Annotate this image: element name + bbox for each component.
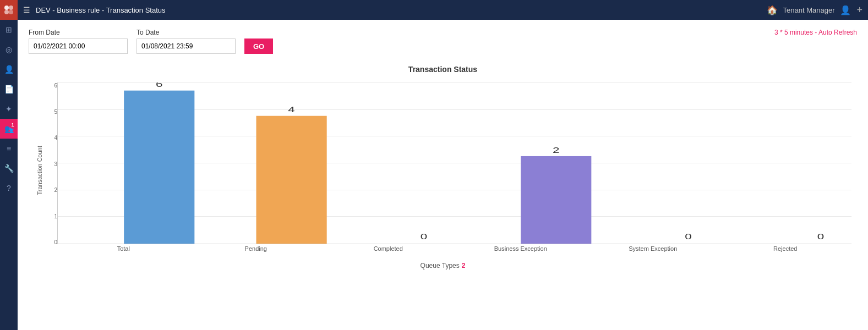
x-label-system-exception: System Exception	[587, 245, 719, 258]
from-date-label: From Date	[29, 29, 128, 36]
y-axis-label: Transaction Count	[36, 146, 43, 195]
y-tick-6: 6	[45, 82, 57, 89]
svg-text:0: 0	[817, 232, 824, 240]
grid-icon: ⊞	[6, 25, 12, 34]
y-tick-3: 3	[45, 161, 57, 167]
sidebar-item-list[interactable]: ≡	[0, 139, 18, 158]
bar-total	[124, 91, 194, 244]
queue-types-count: 2	[462, 262, 466, 270]
y-tick-4: 4	[45, 135, 57, 141]
header: ☰ DEV - Business rule - Transaction Stat…	[18, 0, 868, 20]
svg-point-1	[9, 6, 13, 10]
sidebar-item-settings[interactable]: ✦	[0, 99, 18, 119]
x-label-rejected: Rejected	[719, 245, 852, 258]
sidebar-item-grid[interactable]: ⊞	[0, 20, 18, 40]
user-avatar[interactable]: 👤	[840, 5, 851, 15]
page-title: DEV - Business rule - Transaction Status	[36, 6, 767, 14]
content-area: 3 * 5 minutes - Auto Refresh From Date T…	[18, 20, 868, 330]
svg-text:6: 6	[156, 82, 162, 89]
x-label-completed: Completed	[322, 245, 455, 258]
sidebar-item-tool[interactable]: 🔧	[0, 158, 18, 178]
queue-types-label: Queue Types	[421, 262, 460, 270]
to-date-label: To Date	[137, 29, 236, 36]
sidebar-item-user[interactable]: 👤	[0, 59, 18, 79]
sidebar-badge: 1	[9, 121, 17, 129]
menu-icon[interactable]: ☰	[23, 6, 30, 14]
bar-pending	[256, 116, 327, 244]
settings-icon: ✦	[6, 105, 12, 113]
svg-text:0: 0	[685, 232, 691, 240]
filter-bar: From Date To Date GO	[29, 29, 857, 54]
to-date-input[interactable]	[137, 38, 236, 54]
y-tick-2: 2	[45, 187, 57, 193]
from-date-group: From Date	[29, 29, 128, 54]
svg-point-0	[4, 6, 9, 10]
main-area: ☰ DEV - Business rule - Transaction Stat…	[18, 0, 868, 330]
sidebar-item-group[interactable]: 👥 1	[0, 119, 18, 139]
tenant-label: Tenant Manager	[783, 6, 835, 14]
chart-title: Transaction Status	[34, 65, 851, 74]
x-label-pending: Pending	[190, 245, 323, 258]
list-icon: ≡	[7, 144, 11, 153]
svg-text:4: 4	[288, 105, 294, 114]
sidebar-item-doc[interactable]: 📄	[0, 79, 18, 99]
go-button[interactable]: GO	[244, 38, 273, 54]
add-button[interactable]: +	[856, 4, 862, 16]
y-tick-0: 0	[45, 239, 57, 245]
svg-point-3	[9, 10, 13, 14]
tool-icon: 🔧	[4, 164, 14, 173]
auto-refresh-label: 3 * 5 minutes - Auto Refresh	[774, 29, 857, 36]
svg-text:0: 0	[421, 232, 427, 240]
chart-container: Transaction Status Transaction Count 6 5…	[29, 65, 857, 270]
x-label-total: Total	[57, 245, 190, 258]
queue-types-row: Queue Types 2	[34, 262, 851, 270]
sidebar-item-circle[interactable]: ◎	[0, 40, 18, 59]
y-tick-5: 5	[45, 109, 57, 115]
user-icon: 👤	[4, 65, 14, 74]
header-right: 🏠 Tenant Manager 👤 +	[767, 4, 862, 16]
x-label-business-exception: Business Exception	[455, 245, 587, 258]
to-date-group: To Date	[137, 29, 236, 54]
from-date-input[interactable]	[29, 38, 128, 54]
y-tick-1: 1	[45, 213, 57, 219]
svg-point-2	[4, 10, 9, 14]
sidebar: ⊞ ◎ 👤 📄 ✦ 👥 1 ≡ 🔧 ?	[0, 0, 18, 330]
app-logo[interactable]	[0, 0, 18, 20]
circle-icon: ◎	[6, 45, 12, 54]
bar-business-exception	[521, 156, 591, 244]
svg-text:2: 2	[553, 146, 559, 155]
doc-icon: 📄	[4, 85, 14, 94]
home-icon[interactable]: 🏠	[767, 5, 778, 15]
sidebar-item-help[interactable]: ?	[0, 178, 18, 198]
help-icon: ?	[7, 184, 11, 193]
